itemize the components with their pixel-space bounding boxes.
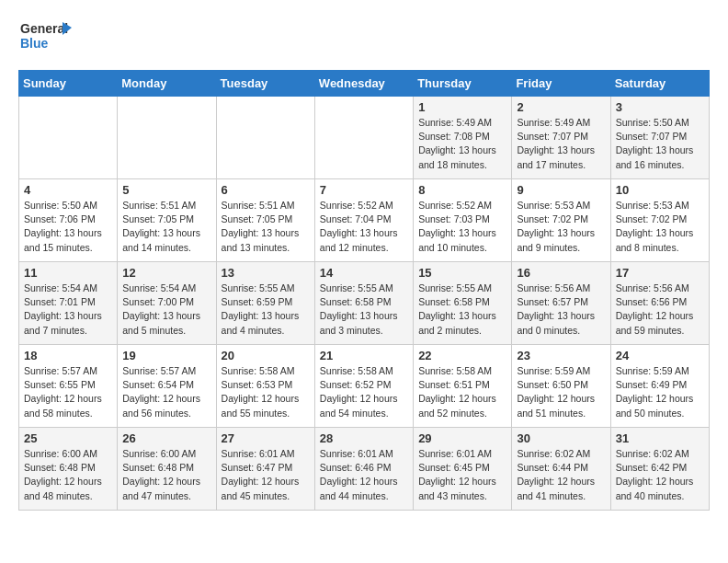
day-info: Sunrise: 5:52 AM Sunset: 7:03 PM Dayligh… — [418, 199, 506, 255]
day-number: 7 — [320, 183, 408, 197]
day-number: 24 — [616, 349, 704, 362]
day-number: 15 — [418, 266, 506, 280]
day-number: 31 — [616, 431, 704, 445]
weekday-header: Tuesday — [216, 71, 314, 97]
calendar-week-row: 4Sunrise: 5:50 AM Sunset: 7:06 PM Daylig… — [19, 179, 710, 262]
calendar-week-row: 25Sunrise: 6:00 AM Sunset: 6:48 PM Dayli… — [19, 428, 710, 511]
day-number: 9 — [517, 183, 605, 197]
day-number: 10 — [616, 183, 704, 197]
day-info: Sunrise: 5:54 AM Sunset: 7:00 PM Dayligh… — [122, 282, 210, 338]
day-info: Sunrise: 5:58 AM Sunset: 6:52 PM Dayligh… — [320, 364, 408, 420]
weekday-header-row: SundayMondayTuesdayWednesdayThursdayFrid… — [19, 71, 710, 97]
day-info: Sunrise: 5:51 AM Sunset: 7:05 PM Dayligh… — [122, 199, 210, 255]
page-header: GeneralBlue — [18, 18, 710, 55]
day-info: Sunrise: 5:50 AM Sunset: 7:07 PM Dayligh… — [616, 116, 704, 172]
calendar-cell: 6Sunrise: 5:51 AM Sunset: 7:05 PM Daylig… — [216, 179, 314, 262]
weekday-header: Saturday — [610, 71, 709, 97]
calendar-cell: 25Sunrise: 6:00 AM Sunset: 6:48 PM Dayli… — [19, 428, 118, 511]
calendar-cell: 23Sunrise: 5:59 AM Sunset: 6:50 PM Dayli… — [512, 345, 610, 428]
calendar-cell: 3Sunrise: 5:50 AM Sunset: 7:07 PM Daylig… — [610, 97, 709, 179]
day-info: Sunrise: 5:59 AM Sunset: 6:49 PM Dayligh… — [616, 364, 704, 420]
weekday-header: Wednesday — [314, 71, 413, 97]
day-info: Sunrise: 5:49 AM Sunset: 7:07 PM Dayligh… — [517, 116, 605, 172]
day-info: Sunrise: 5:54 AM Sunset: 7:01 PM Dayligh… — [24, 282, 112, 338]
day-info: Sunrise: 5:55 AM Sunset: 6:58 PM Dayligh… — [418, 282, 506, 338]
calendar-week-row: 18Sunrise: 5:57 AM Sunset: 6:55 PM Dayli… — [19, 345, 710, 428]
day-number: 30 — [517, 431, 605, 445]
svg-text:Blue: Blue — [20, 36, 49, 51]
day-number: 6 — [222, 183, 310, 197]
calendar-week-row: 11Sunrise: 5:54 AM Sunset: 7:01 PM Dayli… — [19, 262, 710, 345]
day-number: 8 — [418, 183, 506, 197]
calendar-cell: 13Sunrise: 5:55 AM Sunset: 6:59 PM Dayli… — [216, 262, 314, 345]
day-number: 18 — [24, 349, 112, 362]
day-number: 27 — [222, 431, 310, 445]
day-info: Sunrise: 5:56 AM Sunset: 6:56 PM Dayligh… — [616, 282, 704, 338]
svg-text:General: General — [20, 21, 68, 36]
calendar-cell: 15Sunrise: 5:55 AM Sunset: 6:58 PM Dayli… — [414, 262, 512, 345]
calendar-cell: 5Sunrise: 5:51 AM Sunset: 7:05 PM Daylig… — [118, 179, 216, 262]
day-info: Sunrise: 5:57 AM Sunset: 6:55 PM Dayligh… — [24, 364, 112, 420]
day-number: 22 — [418, 349, 506, 362]
logo-icon: GeneralBlue — [18, 18, 74, 55]
day-info: Sunrise: 5:53 AM Sunset: 7:02 PM Dayligh… — [517, 199, 605, 255]
calendar-cell: 31Sunrise: 6:02 AM Sunset: 6:42 PM Dayli… — [610, 428, 709, 511]
day-number: 29 — [418, 431, 506, 445]
day-info: Sunrise: 5:52 AM Sunset: 7:04 PM Dayligh… — [320, 199, 408, 255]
day-number: 23 — [517, 349, 605, 362]
day-info: Sunrise: 5:49 AM Sunset: 7:08 PM Dayligh… — [418, 116, 506, 172]
weekday-header: Thursday — [414, 71, 512, 97]
day-number: 17 — [616, 266, 704, 280]
day-info: Sunrise: 5:58 AM Sunset: 6:51 PM Dayligh… — [418, 364, 506, 420]
weekday-header: Sunday — [19, 71, 118, 97]
day-number: 28 — [320, 431, 408, 445]
calendar-cell: 21Sunrise: 5:58 AM Sunset: 6:52 PM Dayli… — [314, 345, 413, 428]
day-number: 1 — [418, 100, 506, 114]
weekday-header: Friday — [512, 71, 610, 97]
calendar-cell: 24Sunrise: 5:59 AM Sunset: 6:49 PM Dayli… — [610, 345, 709, 428]
calendar-cell: 20Sunrise: 5:58 AM Sunset: 6:53 PM Dayli… — [216, 345, 314, 428]
calendar-cell: 19Sunrise: 5:57 AM Sunset: 6:54 PM Dayli… — [118, 345, 216, 428]
calendar-cell: 28Sunrise: 6:01 AM Sunset: 6:46 PM Dayli… — [314, 428, 413, 511]
day-info: Sunrise: 6:01 AM Sunset: 6:47 PM Dayligh… — [222, 447, 310, 503]
calendar-cell: 7Sunrise: 5:52 AM Sunset: 7:04 PM Daylig… — [314, 179, 413, 262]
calendar-cell: 11Sunrise: 5:54 AM Sunset: 7:01 PM Dayli… — [19, 262, 118, 345]
day-number: 11 — [24, 266, 112, 280]
day-info: Sunrise: 5:55 AM Sunset: 6:59 PM Dayligh… — [222, 282, 310, 338]
day-info: Sunrise: 5:55 AM Sunset: 6:58 PM Dayligh… — [320, 282, 408, 338]
calendar-cell — [314, 97, 413, 179]
day-number: 3 — [616, 100, 704, 114]
calendar-cell: 18Sunrise: 5:57 AM Sunset: 6:55 PM Dayli… — [19, 345, 118, 428]
calendar-table: SundayMondayTuesdayWednesdayThursdayFrid… — [18, 70, 710, 511]
logo: GeneralBlue — [18, 18, 74, 55]
weekday-header: Monday — [118, 71, 216, 97]
calendar-cell — [216, 97, 314, 179]
calendar-cell: 26Sunrise: 6:00 AM Sunset: 6:48 PM Dayli… — [118, 428, 216, 511]
calendar-cell — [118, 97, 216, 179]
day-info: Sunrise: 6:02 AM Sunset: 6:44 PM Dayligh… — [517, 447, 605, 503]
day-number: 13 — [222, 266, 310, 280]
day-info: Sunrise: 5:51 AM Sunset: 7:05 PM Dayligh… — [222, 199, 310, 255]
calendar-cell: 8Sunrise: 5:52 AM Sunset: 7:03 PM Daylig… — [414, 179, 512, 262]
calendar-cell: 10Sunrise: 5:53 AM Sunset: 7:02 PM Dayli… — [610, 179, 709, 262]
day-number: 12 — [122, 266, 210, 280]
day-info: Sunrise: 5:50 AM Sunset: 7:06 PM Dayligh… — [24, 199, 112, 255]
calendar-cell: 1Sunrise: 5:49 AM Sunset: 7:08 PM Daylig… — [414, 97, 512, 179]
day-number: 4 — [24, 183, 112, 197]
day-number: 26 — [122, 431, 210, 445]
day-info: Sunrise: 6:00 AM Sunset: 6:48 PM Dayligh… — [24, 447, 112, 503]
day-info: Sunrise: 6:02 AM Sunset: 6:42 PM Dayligh… — [616, 447, 704, 503]
calendar-cell: 14Sunrise: 5:55 AM Sunset: 6:58 PM Dayli… — [314, 262, 413, 345]
calendar-cell: 29Sunrise: 6:01 AM Sunset: 6:45 PM Dayli… — [414, 428, 512, 511]
calendar-cell: 22Sunrise: 5:58 AM Sunset: 6:51 PM Dayli… — [414, 345, 512, 428]
day-info: Sunrise: 5:57 AM Sunset: 6:54 PM Dayligh… — [122, 364, 210, 420]
calendar-cell: 12Sunrise: 5:54 AM Sunset: 7:00 PM Dayli… — [118, 262, 216, 345]
calendar-cell: 9Sunrise: 5:53 AM Sunset: 7:02 PM Daylig… — [512, 179, 610, 262]
day-info: Sunrise: 5:56 AM Sunset: 6:57 PM Dayligh… — [517, 282, 605, 338]
day-info: Sunrise: 6:01 AM Sunset: 6:46 PM Dayligh… — [320, 447, 408, 503]
day-info: Sunrise: 6:01 AM Sunset: 6:45 PM Dayligh… — [418, 447, 506, 503]
day-number: 14 — [320, 266, 408, 280]
day-number: 21 — [320, 349, 408, 362]
day-info: Sunrise: 6:00 AM Sunset: 6:48 PM Dayligh… — [122, 447, 210, 503]
day-number: 25 — [24, 431, 112, 445]
